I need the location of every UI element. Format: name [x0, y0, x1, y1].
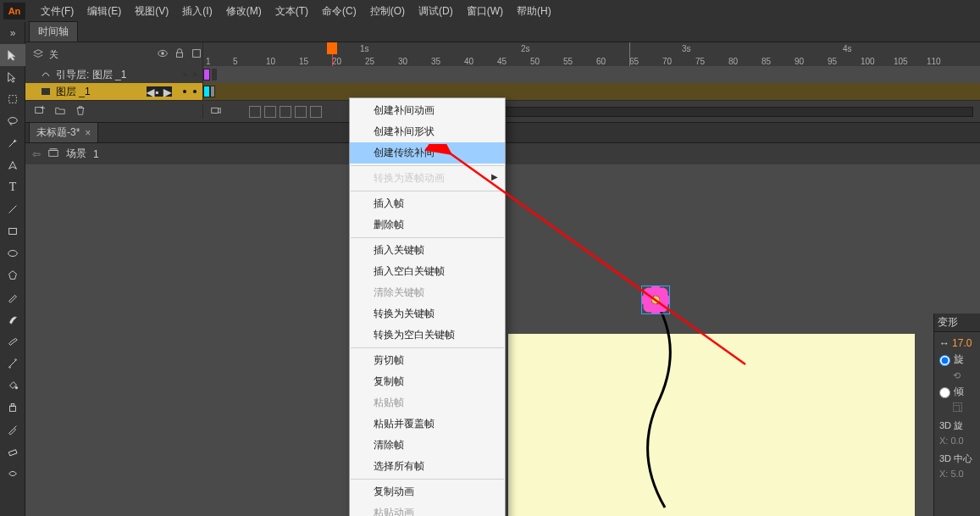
ctx-convert-frame-by-frame[interactable]: 转换为逐帧动画▶ — [350, 168, 505, 189]
new-layer-icon[interactable] — [34, 104, 46, 119]
go-first-icon[interactable] — [249, 106, 261, 118]
svg-rect-0 — [9, 96, 17, 103]
document-title: 未标题-3* — [36, 125, 80, 140]
flower-symbol[interactable] — [641, 286, 670, 314]
outline-column-icon[interactable] — [191, 47, 202, 62]
lasso-tool-icon[interactable] — [0, 110, 25, 132]
layer-nav-buttons[interactable]: ◀▪▶ — [147, 86, 172, 97]
pen-tool-icon[interactable] — [0, 154, 25, 176]
lock-column-icon[interactable] — [174, 47, 185, 62]
brush-tool-icon[interactable] — [0, 308, 25, 330]
width-tool-icon[interactable] — [0, 463, 25, 485]
free-transform-tool-icon[interactable] — [0, 88, 25, 110]
menu-command[interactable]: 命令(C) — [315, 0, 363, 22]
ctx-clear-frames[interactable]: 清除帧 — [350, 435, 505, 456]
play-icon[interactable] — [280, 106, 291, 118]
svg-line-2 — [9, 206, 17, 214]
menu-text[interactable]: 文本(T) — [269, 0, 315, 22]
layer-row-guide[interactable]: 引导层: 图层 _1 — [25, 66, 980, 83]
svg-point-6 — [15, 386, 18, 389]
bone-tool-icon[interactable] — [0, 352, 25, 375]
transform-panel: 变形 ↔ 17.0 旋 ⟲ 倾 ⿹ 3D 旋 X: 0.0 3D 中心 X: 5… — [933, 313, 980, 516]
camera-icon[interactable] — [210, 104, 222, 119]
timeline-layers: 引导层: 图层 _1 图层 _1 ◀▪▶ — [25, 66, 980, 100]
document-tab[interactable]: 未标题-3* × — [29, 122, 98, 142]
rotate-radio[interactable] — [939, 355, 950, 366]
rectangle-tool-icon[interactable] — [0, 220, 25, 242]
submenu-arrow-icon: ▶ — [491, 172, 498, 181]
ctx-paste-motion[interactable]: 粘贴动画 — [350, 502, 505, 516]
polystar-tool-icon[interactable] — [0, 264, 25, 286]
step-fwd-icon[interactable] — [295, 106, 307, 118]
selection-tool-icon[interactable] — [0, 44, 25, 66]
rotate-angle-value: ⟲ — [939, 370, 975, 381]
menu-control[interactable]: 控制(O) — [363, 0, 412, 22]
ctx-convert-to-blank-keyframe[interactable]: 转换为空白关键帧 — [350, 325, 505, 346]
step-back-icon[interactable] — [264, 106, 276, 118]
transform-panel-title[interactable]: 变形 — [934, 313, 980, 332]
ctx-remove-frame[interactable]: 删除帧 — [350, 214, 505, 236]
menu-file[interactable]: 文件(F) — [34, 0, 80, 22]
ctx-insert-frame[interactable]: 插入帧 — [350, 193, 505, 214]
scene-clapper-icon[interactable] — [47, 147, 59, 161]
timeline-scrollbar[interactable] — [440, 107, 973, 117]
ctx-convert-to-keyframe[interactable]: 转换为关键帧 — [350, 303, 505, 325]
layer-track[interactable] — [203, 66, 980, 83]
menu-view[interactable]: 视图(V) — [128, 0, 175, 22]
ctx-insert-keyframe[interactable]: 插入关键帧 — [350, 240, 505, 261]
text-tool-icon[interactable]: T — [0, 176, 25, 198]
svg-rect-13 — [193, 49, 201, 57]
menu-modify[interactable]: 修改(M) — [219, 0, 269, 22]
transform-width-value[interactable]: 17.0 — [952, 337, 972, 349]
delete-layer-icon[interactable] — [75, 104, 86, 119]
magic-wand-tool-icon[interactable] — [0, 132, 25, 154]
ctx-copy-frames[interactable]: 复制帧 — [350, 371, 505, 392]
ctx-cut-frames[interactable]: 剪切帧 — [350, 350, 505, 371]
expand-tools-icon[interactable]: » — [0, 22, 25, 44]
skew-value: ⿹ — [939, 402, 975, 413]
svg-rect-7 — [10, 406, 16, 411]
playhead[interactable] — [332, 42, 333, 66]
line-tool-icon[interactable] — [0, 198, 25, 220]
tools-panel: » T — [0, 22, 25, 516]
ctx-paste-overwrite-frames[interactable]: 粘贴并覆盖帧 — [350, 413, 505, 435]
menu-help[interactable]: 帮助(H) — [510, 0, 558, 22]
menu-edit[interactable]: 编辑(E) — [80, 0, 128, 22]
ctx-copy-motion[interactable]: 复制动画 — [350, 481, 505, 502]
eyedropper-tool-icon[interactable] — [0, 419, 25, 441]
3d-center-x: X: 5.0 — [939, 469, 975, 479]
ctx-paste-frames[interactable]: 粘贴帧 — [350, 392, 505, 413]
ctx-create-motion-tween[interactable]: 创建补间动画 — [350, 100, 505, 121]
ctx-create-shape-tween[interactable]: 创建补间形状 — [350, 121, 505, 142]
paint-bucket-tool-icon[interactable] — [0, 375, 25, 397]
oval-tool-icon[interactable] — [0, 242, 25, 264]
ctx-insert-blank-keyframe[interactable]: 插入空白关键帧 — [350, 261, 505, 282]
paint-brush-tool-icon[interactable] — [0, 330, 25, 352]
new-folder-icon[interactable] — [54, 104, 66, 119]
ctx-select-all-frames[interactable]: 选择所有帧 — [350, 456, 505, 477]
menu-insert[interactable]: 插入(I) — [175, 0, 219, 22]
pencil-tool-icon[interactable] — [0, 286, 25, 308]
layer-track[interactable] — [203, 83, 980, 100]
section-3d-rotation: 3D 旋 — [939, 419, 975, 432]
svg-rect-9 — [8, 450, 17, 456]
back-icon[interactable]: ⇦ — [32, 148, 41, 160]
subselection-tool-icon[interactable] — [0, 66, 25, 88]
menu-debug[interactable]: 调试(D) — [412, 0, 460, 22]
section-3d-center: 3D 中心 — [939, 452, 975, 465]
ctx-create-classic-tween[interactable]: 创建传统补间 — [350, 142, 505, 164]
ctx-clear-keyframe[interactable]: 清除关键帧 — [350, 282, 505, 303]
skew-radio[interactable] — [939, 387, 950, 398]
close-tab-icon[interactable]: × — [85, 127, 91, 139]
tab-timeline[interactable]: 时间轴 — [29, 21, 78, 42]
menu-window[interactable]: 窗口(W) — [460, 0, 510, 22]
frame-marker — [629, 42, 630, 66]
eraser-tool-icon[interactable] — [0, 441, 25, 463]
ink-bottle-tool-icon[interactable] — [0, 397, 25, 419]
menubar: An 文件(F) 编辑(E) 视图(V) 插入(I) 修改(M) 文本(T) 命… — [0, 0, 980, 22]
layer-name: 引导层: 图层 _1 — [56, 68, 126, 82]
visibility-column-icon[interactable] — [157, 47, 169, 62]
layer-icon — [41, 86, 51, 97]
timeline-ruler[interactable]: 1s 2s 3s 4s 1 5 10 15 20 25 30 35 40 45 … — [203, 42, 980, 66]
go-last-icon[interactable] — [310, 106, 322, 118]
